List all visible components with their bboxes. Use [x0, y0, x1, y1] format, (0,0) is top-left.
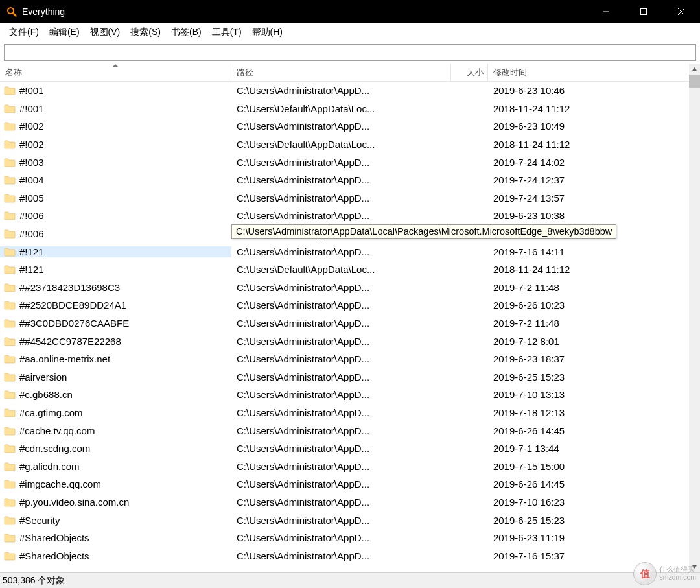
table-row[interactable]: #!005C:\Users\Administrator\AppD...2019-…	[0, 189, 689, 207]
cell-path[interactable]: C:\Users\Administrator\AppD...	[231, 371, 451, 382]
cell-name[interactable]: #aa.online-metrix.net	[0, 353, 231, 364]
cell-path[interactable]: C:\Users\Administrator\AppD...	[231, 532, 451, 543]
cell-path[interactable]: C:\Users\Administrator\AppD...	[231, 318, 451, 329]
search-input[interactable]	[4, 44, 696, 61]
cell-path[interactable]: C:\Users\Administrator\AppD...	[231, 246, 451, 257]
cell-path[interactable]: C:\Users\Administrator\AppD...	[231, 193, 451, 204]
table-row[interactable]: #!121C:\Users\Default\AppData\Loc...2018…	[0, 261, 689, 279]
cell-name[interactable]: #!003	[0, 157, 231, 168]
cell-name[interactable]: #!002	[0, 121, 231, 132]
column-header-modified[interactable]: 修改时间	[488, 64, 700, 81]
cell-name[interactable]: #SharedObjects	[0, 550, 231, 561]
maximize-button[interactable]	[625, 0, 662, 23]
scroll-up-button[interactable]	[689, 64, 700, 75]
cell-path[interactable]: C:\Users\Administrator\AppD...	[231, 407, 451, 418]
menu-item-s[interactable]: 搜索(S)	[125, 24, 166, 41]
table-row[interactable]: #!002C:\Users\Default\AppData\Loc...2018…	[0, 135, 689, 154]
cell-path[interactable]: C:\Users\Administrator\AppD...	[231, 336, 451, 347]
scroll-down-button[interactable]	[689, 561, 700, 572]
table-row[interactable]: #!006C:\Users\Administrator\AppD...2019-…	[0, 207, 689, 225]
minimize-button[interactable]	[587, 0, 625, 23]
table-row[interactable]: #airversionC:\Users\Administrator\AppD..…	[0, 368, 689, 386]
cell-path[interactable]: C:\Users\Administrator\AppD...	[231, 282, 451, 293]
cell-path[interactable]: C:\Users\Administrator\AppD...	[231, 425, 451, 436]
cell-name[interactable]: ##23718423D13698C3	[0, 282, 231, 293]
cell-name[interactable]: #!001	[0, 103, 231, 114]
vertical-scrollbar[interactable]	[689, 64, 700, 572]
menu-item-h[interactable]: 帮助(H)	[247, 24, 288, 41]
cell-path[interactable]: C:\Users\Administrator\AppD...	[231, 461, 451, 472]
table-row[interactable]: #!121C:\Users\Administrator\AppD...2019-…	[0, 242, 689, 261]
table-row[interactable]: #c.gb688.cnC:\Users\Administrator\AppD..…	[0, 386, 689, 404]
table-row[interactable]: #cache.tv.qq.comC:\Users\Administrator\A…	[0, 421, 689, 440]
table-row[interactable]: #ca.gtimg.comC:\Users\Administrator\AppD…	[0, 404, 689, 422]
cell-path[interactable]: C:\Users\Administrator\AppD...	[231, 443, 451, 454]
cell-name[interactable]: #!121	[0, 246, 231, 257]
cell-name[interactable]: #!006	[0, 210, 231, 221]
cell-name[interactable]: ##4542CC9787E22268	[0, 336, 231, 347]
cell-path[interactable]: C:\Users\Default\AppData\Loc...	[231, 139, 451, 150]
cell-path[interactable]: C:\Users\Administrator\AppD...	[231, 85, 451, 96]
scroll-thumb[interactable]	[689, 75, 700, 88]
cell-name[interactable]: #imgcache.qq.com	[0, 478, 231, 489]
table-row[interactable]: #imgcache.qq.comC:\Users\Administrator\A…	[0, 475, 689, 493]
table-row[interactable]: #SharedObjectsC:\Users\Administrator\App…	[0, 547, 689, 565]
cell-path[interactable]: C:\Users\Administrator\AppD...	[231, 353, 451, 364]
table-row[interactable]: ##4542CC9787E22268C:\Users\Administrator…	[0, 332, 689, 350]
column-header-path[interactable]: 路径	[231, 64, 451, 81]
cell-name[interactable]: #ca.gtimg.com	[0, 407, 231, 418]
cell-name[interactable]: ##3C0DBD0276CAABFE	[0, 318, 231, 329]
cell-name[interactable]: #g.alicdn.com	[0, 461, 231, 472]
cell-name[interactable]: #p.you.video.sina.com.cn	[0, 497, 231, 508]
cell-path[interactable]: C:\Users\Administrator\AppD...	[231, 515, 451, 526]
menu-item-b[interactable]: 书签(B)	[166, 24, 207, 41]
window-titlebar[interactable]: Everything	[0, 0, 700, 23]
cell-path[interactable]: C:\Users\Administrator\AppD...	[231, 210, 451, 221]
cell-name[interactable]: ##2520BDCE89DD24A1	[0, 300, 231, 311]
cell-path[interactable]: C:\Users\Administrator\AppD...	[231, 497, 451, 508]
table-row[interactable]: ##3C0DBD0276CAABFEC:\Users\Administrator…	[0, 314, 689, 333]
cell-path[interactable]: C:\Users\Administrator\AppD...	[231, 121, 451, 132]
table-row[interactable]: #p.you.video.sina.com.cnC:\Users\Adminis…	[0, 493, 689, 512]
cell-name[interactable]: #!001	[0, 85, 231, 96]
cell-name[interactable]: #c.gb688.cn	[0, 389, 231, 400]
cell-path[interactable]: C:\Users\Administrator\AppD...	[231, 157, 451, 168]
cell-name[interactable]: #SharedObjects	[0, 532, 231, 543]
close-button[interactable]	[662, 0, 700, 23]
cell-path[interactable]: C:\Users\Administrator\AppD...	[231, 478, 451, 489]
table-row[interactable]: #aa.online-metrix.netC:\Users\Administra…	[0, 350, 689, 368]
menu-item-v[interactable]: 视图(V)	[85, 24, 126, 41]
cell-path[interactable]: C:\Users\Administrator\AppD...	[231, 550, 451, 561]
menu-item-f[interactable]: 文件(F)	[4, 24, 44, 41]
cell-name[interactable]: #!005	[0, 193, 231, 204]
column-header-name[interactable]: 名称	[0, 64, 231, 81]
table-row[interactable]: #SharedObjectsC:\Users\Administrator\App…	[0, 529, 689, 547]
cell-name[interactable]: #airversion	[0, 371, 231, 382]
table-row[interactable]: #!002C:\Users\Administrator\AppD...2019-…	[0, 117, 689, 135]
cell-name[interactable]: #!006	[0, 228, 231, 239]
cell-path[interactable]: C:\Users\Administrator\AppD...	[231, 174, 451, 185]
cell-name[interactable]: #cache.tv.qq.com	[0, 425, 231, 436]
cell-name[interactable]: #!002	[0, 139, 231, 150]
table-row[interactable]: #SecurityC:\Users\Administrator\AppD...2…	[0, 511, 689, 529]
menu-item-t[interactable]: 工具(T)	[207, 24, 247, 41]
table-row[interactable]: #g.alicdn.comC:\Users\Administrator\AppD…	[0, 457, 689, 475]
cell-path[interactable]: C:\Users\Default\AppData\Loc...	[231, 264, 451, 275]
cell-path[interactable]: C:\Users\Default\AppData\Loc...	[231, 103, 451, 114]
table-row[interactable]: #!001C:\Users\Default\AppData\Loc...2018…	[0, 100, 689, 118]
table-row[interactable]: #!003C:\Users\Administrator\AppD...2019-…	[0, 153, 689, 171]
results-list[interactable]: #!001C:\Users\Administrator\AppD...2019-…	[0, 82, 689, 572]
cell-path[interactable]: C:\Users\Administrator\AppD...	[231, 389, 451, 400]
column-header-size[interactable]: 大小	[451, 64, 488, 81]
cell-name[interactable]: #!121	[0, 264, 231, 275]
cell-name[interactable]: #!004	[0, 174, 231, 185]
menu-item-e[interactable]: 编辑(E)	[44, 24, 85, 41]
cell-path[interactable]: C:\Users\Administrator\AppD...	[231, 300, 451, 311]
table-row[interactable]: ##23718423D13698C3C:\Users\Administrator…	[0, 279, 689, 297]
table-row[interactable]: #!004C:\Users\Administrator\AppD...2019-…	[0, 171, 689, 189]
cell-name[interactable]: #cdn.scdng.com	[0, 443, 231, 454]
table-row[interactable]: #!001C:\Users\Administrator\AppD...2019-…	[0, 82, 689, 100]
table-row[interactable]: #cdn.scdng.comC:\Users\Administrator\App…	[0, 440, 689, 458]
table-row[interactable]: ##2520BDCE89DD24A1C:\Users\Administrator…	[0, 296, 689, 314]
cell-name[interactable]: #Security	[0, 515, 231, 526]
